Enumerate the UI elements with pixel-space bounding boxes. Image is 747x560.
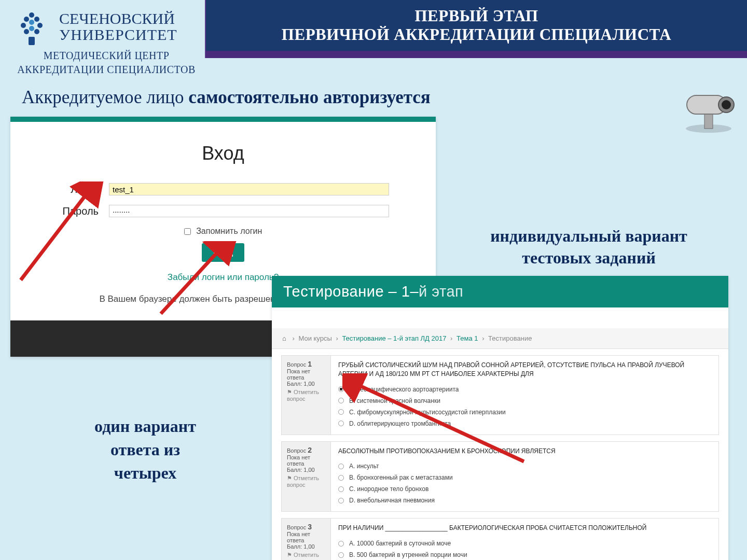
remember-checkbox[interactable]	[184, 228, 191, 235]
question-block: Вопрос 2Пока нет ответаБалл: 1,00⚑ Отмет…	[281, 441, 719, 512]
question-option[interactable]: A. неспецифического аортоартериита	[338, 384, 711, 395]
option-text: A. неспецифического аортоартериита	[349, 386, 459, 393]
password-label: Пароль	[57, 205, 109, 217]
option-text: D. внебольничная пневмония	[349, 497, 435, 504]
breadcrumb: ⌂ › Мои курсы › Тестирование – 1-й этап …	[272, 328, 728, 349]
svg-point-7	[34, 17, 39, 22]
radio-icon[interactable]	[338, 475, 344, 481]
question-options: A. 10000 бактерий в суточной мочеB. 500 …	[338, 538, 711, 560]
radio-icon[interactable]	[338, 421, 344, 426]
logo-line2: УНИВЕРСИТЕТ	[59, 26, 177, 43]
test-header-thin: й этап	[419, 283, 463, 300]
annot-right-l2: тестовых заданий	[451, 247, 726, 269]
question-option[interactable]: C. фибромускулярной мультисосудистой гип…	[338, 407, 711, 418]
bc-4: Тестирование	[488, 334, 532, 342]
question-score: Балл: 1,00	[287, 543, 325, 550]
option-text: B. 500 бактерий в утренней порции мочи	[349, 551, 467, 558]
question-number: Вопрос 2	[287, 446, 325, 454]
remember-label: Запомнить логин	[196, 227, 262, 235]
question-status: Пока нет ответа	[287, 368, 325, 381]
question-options: A. инсультB. бронхогенный рак с метастаз…	[338, 460, 711, 506]
svg-point-10	[29, 20, 34, 25]
radio-icon[interactable]	[338, 541, 344, 547]
annotation-one-answer: один вариант ответа из четырех	[52, 415, 239, 484]
camera-icon	[677, 88, 740, 135]
question-sidebar: Вопрос 1Пока нет ответаБалл: 1,00⚑ Отмет…	[282, 356, 331, 435]
question-option[interactable]: D. облитерирующего тромбангиита	[338, 418, 711, 429]
question-option[interactable]: B. бронхогенный рак с метастазами	[338, 472, 711, 483]
question-option[interactable]: A. инсульт	[338, 460, 711, 472]
svg-point-9	[29, 26, 34, 31]
radio-icon[interactable]	[338, 409, 344, 415]
login-button[interactable]: Вход	[202, 243, 244, 262]
question-text: ПРИ НАЛИЧИИ __________________ БАКТЕРИОЛ…	[338, 524, 711, 533]
title-line2: ПЕРВИЧНОЙ АККРЕДИТАЦИИ СПЕЦИАЛИСТА	[206, 25, 747, 44]
question-option[interactable]: B. 500 бактерий в утренней порции мочи	[338, 549, 711, 560]
question-body: ПРИ НАЛИЧИИ __________________ БАКТЕРИОЛ…	[331, 519, 718, 560]
radio-icon[interactable]	[338, 464, 344, 469]
radio-icon[interactable]	[338, 498, 344, 503]
svg-point-6	[24, 17, 29, 22]
test-screenshot: Тестирование – 1–й этап ⌂ › Мои курсы › …	[272, 276, 728, 560]
annot-right-l1: индивидуальный вариант	[451, 226, 726, 247]
test-header-bold: Тестирование – 1–	[283, 283, 419, 300]
annot-left-l3: четырех	[52, 461, 239, 485]
question-block: Вопрос 3Пока нет ответаБалл: 1,00⚑ Отмет…	[281, 518, 719, 560]
logo-sub1: МЕТОДИЧЕСКИЙ ЦЕНТР	[10, 50, 202, 62]
annot-left-l2: ответа из	[52, 438, 239, 461]
radio-icon[interactable]	[338, 552, 344, 558]
logo-line1: СЕЧЕНОВСКИЙ	[59, 10, 177, 27]
question-sidebar: Вопрос 2Пока нет ответаБалл: 1,00⚑ Отмет…	[282, 442, 331, 512]
logo-text: СЕЧЕНОВСКИЙ УНИВЕРСИТЕТ	[59, 10, 177, 43]
question-status: Пока нет ответа	[287, 454, 325, 467]
question-sidebar: Вопрос 3Пока нет ответаБалл: 1,00⚑ Отмет…	[282, 519, 331, 560]
flag-question[interactable]: ⚑ Отметить вопрос	[287, 552, 325, 560]
home-icon[interactable]: ⌂	[282, 334, 286, 342]
svg-point-2	[24, 29, 29, 34]
option-text: D. облитерирующего тромбангиита	[349, 420, 451, 427]
title-line1: ПЕРВЫЙ ЭТАП	[206, 7, 747, 25]
bc-3[interactable]: Тема 1	[457, 334, 478, 342]
question-option[interactable]: A. 10000 бактерий в суточной моче	[338, 538, 711, 549]
question-score: Балл: 1,00	[287, 381, 325, 387]
question-status: Пока нет ответа	[287, 531, 325, 543]
question-options: A. неспецифического аортоартериитаB. сис…	[338, 384, 711, 429]
login-input[interactable]	[109, 183, 389, 195]
svg-point-3	[34, 29, 39, 34]
annot-left-l1: один вариант	[52, 415, 239, 438]
bc-2[interactable]: Тестирование – 1-й этап ЛД 2017	[342, 334, 446, 342]
svg-rect-0	[29, 37, 35, 45]
password-input[interactable]	[109, 205, 389, 217]
university-logo-icon	[10, 5, 53, 48]
question-option[interactable]: B. системной красной волчанки	[338, 395, 711, 407]
annotation-individual-variant: индивидуальный вариант тестовых заданий	[451, 226, 726, 269]
radio-icon[interactable]	[338, 386, 344, 392]
flag-question[interactable]: ⚑ Отметить вопрос	[287, 389, 325, 402]
question-text: АБСОЛЮТНЫМ ПРОТИВОПОКАЗАНИЕМ К БРОНХОСКО…	[338, 447, 711, 456]
radio-icon[interactable]	[338, 486, 344, 492]
logo-block: СЕЧЕНОВСКИЙ УНИВЕРСИТЕТ МЕТОДИЧЕСКИЙ ЦЕН…	[10, 5, 202, 76]
option-text: A. 10000 бактерий в суточной моче	[349, 540, 451, 547]
question-body: ГРУБЫЙ СИСТОЛИЧЕСКИЙ ШУМ НАД ПРАВОЙ СОНН…	[331, 356, 718, 435]
svg-rect-12	[704, 114, 713, 129]
question-number: Вопрос 3	[287, 523, 325, 531]
question-option[interactable]: D. внебольничная пневмония	[338, 495, 711, 506]
svg-point-8	[29, 12, 34, 18]
question-block: Вопрос 1Пока нет ответаБалл: 1,00⚑ Отмет…	[281, 355, 719, 435]
question-option[interactable]: C. инородное тело бронхов	[338, 483, 711, 495]
login-label: Логин	[57, 184, 109, 195]
radio-icon[interactable]	[338, 398, 344, 403]
flag-question[interactable]: ⚑ Отметить вопрос	[287, 475, 325, 488]
option-text: B. системной красной волчанки	[349, 397, 440, 404]
option-text: C. фибромускулярной мультисосудистой гип…	[349, 409, 506, 416]
bc-1[interactable]: Мои курсы	[298, 334, 331, 342]
option-text: A. инсульт	[349, 463, 379, 470]
login-title: Вход	[26, 143, 420, 164]
option-text: B. бронхогенный рак с метастазами	[349, 474, 453, 481]
heading-bold: самостоятельно авторизуется	[188, 87, 430, 107]
title-bar: ПЕРВЫЙ ЭТАП ПЕРВИЧНОЙ АККРЕДИТАЦИИ СПЕЦИ…	[205, 0, 747, 58]
svg-point-4	[21, 23, 26, 28]
question-body: АБСОЛЮТНЫМ ПРОТИВОПОКАЗАНИЕМ К БРОНХОСКО…	[331, 442, 718, 512]
svg-point-15	[722, 100, 731, 109]
svg-point-5	[37, 23, 43, 28]
